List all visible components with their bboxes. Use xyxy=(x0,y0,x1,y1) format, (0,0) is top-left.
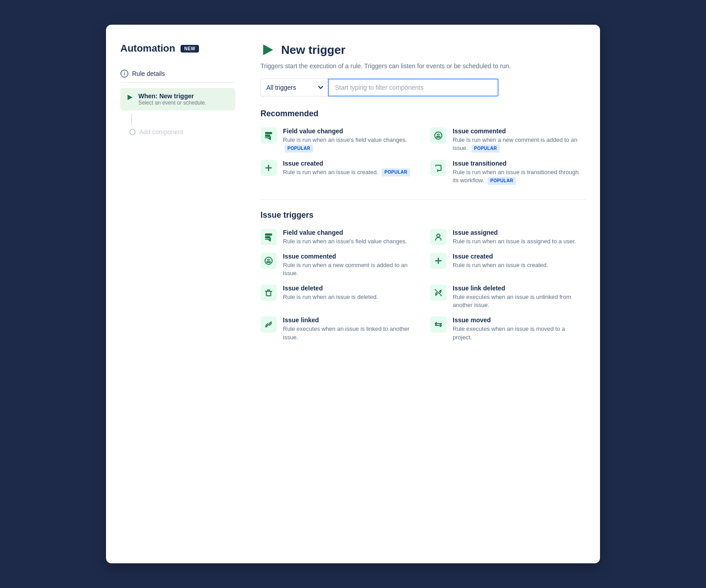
issue-triggers-grid: Field value changed Rule is run when an … xyxy=(260,229,586,342)
svg-rect-19 xyxy=(266,291,271,296)
app-container: Automation NEW i Rule details When: New … xyxy=(106,25,600,563)
trigger-card-created[interactable]: Issue created Rule is run when an issue … xyxy=(430,253,586,277)
trigger-card-transitioned-rec[interactable]: Issue transitioned Rule is run when an i… xyxy=(430,160,586,185)
rule-details-row[interactable]: i Rule details xyxy=(120,65,235,83)
filter-row: All triggers Issue triggers Project trig… xyxy=(260,79,586,97)
trigger-card-commented-rec[interactable]: Issue commented Rule is run when a new c… xyxy=(430,127,586,153)
trigger-card-body-deleted: Issue deleted Rule is run when an issue … xyxy=(283,285,378,301)
popular-badge-commented-rec: POPULAR xyxy=(472,145,500,153)
trigger-card-field-value-rec[interactable]: Field value changed Rule is run when an … xyxy=(260,127,416,153)
popular-badge-created-rec: POPULAR xyxy=(382,168,410,176)
trigger-card-deleted[interactable]: Issue deleted Rule is run when an issue … xyxy=(260,285,416,309)
issue-triggers-section-title: Issue triggers xyxy=(260,211,586,220)
trigger-desc-commented-rec: Rule is run when a new comment is added … xyxy=(453,136,586,153)
sidebar-header: Automation NEW xyxy=(120,43,235,54)
trigger-title-commented-rec: Issue commented xyxy=(453,127,586,135)
field-value-icon-wrap-2 xyxy=(260,229,277,245)
trigger-item-title: When: New trigger xyxy=(138,92,206,100)
svg-marker-1 xyxy=(263,44,273,55)
trigger-sidebar-item[interactable]: When: New trigger Select an event or sch… xyxy=(120,88,235,110)
trigger-card-commented[interactable]: Issue commented Rule is run when a new c… xyxy=(260,253,416,277)
svg-point-15 xyxy=(268,262,269,263)
trigger-card-assigned[interactable]: Issue assigned Rule is run when an issue… xyxy=(430,229,586,246)
svg-rect-2 xyxy=(265,132,272,134)
field-value-icon-wrap xyxy=(260,127,277,144)
svg-marker-0 xyxy=(128,95,132,100)
plus-icon-wrap-rec xyxy=(260,160,277,176)
unlink-icon-wrap xyxy=(430,285,446,301)
filter-input[interactable] xyxy=(328,79,499,97)
main-description: Triggers start the execution of a rule. … xyxy=(260,62,586,70)
section-divider xyxy=(260,199,586,200)
svg-rect-11 xyxy=(265,237,270,238)
trigger-desc-link-deleted: Rule executes when an issue is unlinked … xyxy=(453,293,586,309)
trigger-type-select[interactable]: All triggers Issue triggers Project trig… xyxy=(260,79,328,97)
trigger-card-body-link-deleted: Issue link deleted Rule executes when an… xyxy=(453,285,586,309)
trigger-desc-linked: Rule executes when an issue is linked to… xyxy=(283,325,416,341)
popular-badge-fvc-rec: POPULAR xyxy=(285,145,313,153)
trigger-title-commented: Issue commented xyxy=(283,253,416,260)
trigger-title-linked: Issue linked xyxy=(283,316,416,324)
trigger-desc-created-rec: Rule is run when an issue is created. PO… xyxy=(283,168,410,177)
svg-rect-3 xyxy=(265,135,270,136)
recommended-section-title: Recommended xyxy=(260,109,586,118)
svg-line-24 xyxy=(435,290,437,291)
trigger-desc-fvc-rec: Rule is run when an issue's field value … xyxy=(283,136,416,153)
svg-point-14 xyxy=(267,262,268,263)
trigger-card-field-value[interactable]: Field value changed Rule is run when an … xyxy=(260,229,416,246)
main-play-icon xyxy=(260,43,275,57)
issue-triggers-section: Issue triggers Fi xyxy=(260,211,586,342)
main-header: New trigger xyxy=(260,43,586,57)
svg-point-7 xyxy=(439,136,440,137)
person-icon-wrap xyxy=(430,229,446,245)
trigger-card-link-deleted[interactable]: Issue link deleted Rule executes when an… xyxy=(430,285,586,309)
add-component-label: Add component xyxy=(139,128,183,136)
app-inner: Automation NEW i Rule details When: New … xyxy=(106,25,600,563)
trigger-item-content: When: New trigger Select an event or sch… xyxy=(138,92,206,106)
trigger-card-moved[interactable]: Issue moved Rule executes when an issue … xyxy=(430,316,586,341)
info-icon: i xyxy=(120,70,128,78)
trigger-desc-deleted: Rule is run when an issue is deleted. xyxy=(283,293,378,301)
trigger-item-subtitle: Select an event or schedule. xyxy=(138,100,206,106)
trigger-card-body-fvc-rec: Field value changed Rule is run when an … xyxy=(283,127,416,153)
trigger-desc-assigned: Rule is run when an issue is assigned to… xyxy=(453,237,576,246)
trigger-desc-commented: Rule is run when a new comment is added … xyxy=(283,261,416,277)
trigger-card-body-fvc: Field value changed Rule is run when an … xyxy=(283,229,407,246)
trigger-card-created-rec[interactable]: Issue created Rule is run when an issue … xyxy=(260,160,416,185)
trigger-card-body-moved: Issue moved Rule executes when an issue … xyxy=(453,316,586,341)
sidebar-connector: Add component xyxy=(120,114,235,139)
trigger-title-deleted: Issue deleted xyxy=(283,285,378,292)
trigger-title-created: Issue created xyxy=(453,253,548,260)
trash-icon-wrap xyxy=(260,285,277,301)
trigger-desc-transitioned-rec: Rule is run when an issue is transitione… xyxy=(453,168,586,185)
link-icon-wrap xyxy=(260,316,277,333)
trigger-card-body-created: Issue created Rule is run when an issue … xyxy=(453,253,548,269)
app-title: Automation xyxy=(120,43,175,54)
svg-line-25 xyxy=(440,294,441,296)
trigger-desc-moved: Rule executes when an issue is moved to … xyxy=(453,325,586,341)
svg-point-12 xyxy=(437,234,440,237)
svg-rect-10 xyxy=(265,234,272,235)
comment-icon-wrap-rec xyxy=(430,127,446,144)
trigger-title-transitioned-rec: Issue transitioned xyxy=(453,160,586,167)
svg-point-16 xyxy=(269,262,270,263)
play-icon xyxy=(126,93,134,101)
trigger-card-linked[interactable]: Issue linked Rule executes when an issue… xyxy=(260,316,416,341)
trigger-desc-fvc: Rule is run when an issue's field value … xyxy=(283,237,407,246)
trigger-desc-created: Rule is run when an issue is created. xyxy=(453,261,548,269)
add-component[interactable]: Add component xyxy=(129,125,183,139)
trigger-card-body-linked: Issue linked Rule executes when an issue… xyxy=(283,316,416,341)
popular-badge-transitioned-rec: POPULAR xyxy=(488,177,516,185)
trigger-card-body-commented-rec: Issue commented Rule is run when a new c… xyxy=(453,127,586,153)
trigger-title-fvc: Field value changed xyxy=(283,229,407,236)
trigger-card-body-transitioned-rec: Issue transitioned Rule is run when an i… xyxy=(453,160,586,185)
trigger-title-link-deleted: Issue link deleted xyxy=(453,285,586,292)
comment-icon-wrap xyxy=(260,253,277,269)
svg-point-6 xyxy=(438,136,439,137)
plus-icon-wrap xyxy=(430,253,446,269)
connector-line xyxy=(131,114,132,125)
rule-details-label: Rule details xyxy=(132,70,165,77)
trigger-card-body-commented: Issue commented Rule is run when a new c… xyxy=(283,253,416,277)
move-icon-wrap xyxy=(430,316,446,333)
trigger-title-fvc-rec: Field value changed xyxy=(283,127,416,135)
